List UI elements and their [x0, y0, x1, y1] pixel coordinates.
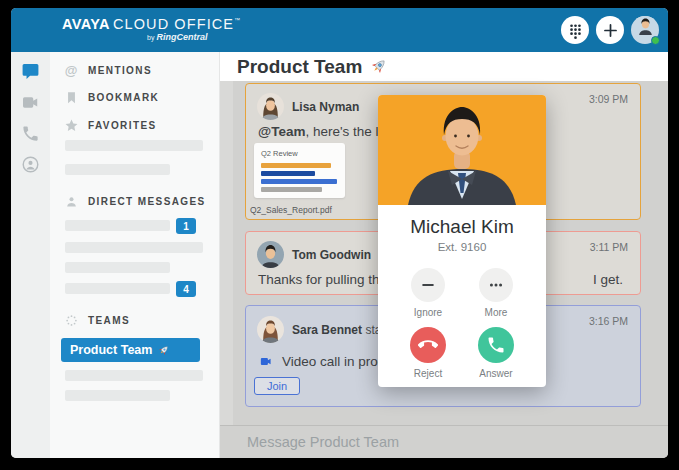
- tom-photo: [257, 241, 284, 268]
- ellipsis-icon: [486, 275, 506, 295]
- user-photo: [636, 16, 655, 35]
- profile-avatar-button[interactable]: [631, 16, 659, 44]
- team-row-placeholder[interactable]: [65, 370, 203, 381]
- message-input[interactable]: [245, 433, 605, 451]
- logo-trademark: ™: [234, 17, 240, 23]
- mention-token[interactable]: @Team: [258, 124, 305, 139]
- team-icon: [63, 313, 79, 328]
- new-actions-button[interactable]: [596, 16, 624, 44]
- author-name: Sara Bennet: [292, 323, 362, 337]
- more-button[interactable]: More: [476, 268, 516, 318]
- action-label: Reject: [408, 368, 448, 379]
- message-timestamp: 3:09 PM: [589, 93, 628, 105]
- logo-brand: AVAYA: [62, 16, 110, 32]
- chart-bar: [261, 179, 337, 184]
- unread-badge: 1: [176, 218, 196, 234]
- attachment-preview[interactable]: Q2 Review: [254, 143, 345, 198]
- message-text-right: I get.: [593, 272, 623, 287]
- message-timestamp: 3:11 PM: [590, 241, 628, 253]
- message-author: Lisa Nyman: [292, 100, 359, 114]
- rail-item-messages[interactable]: [20, 61, 42, 81]
- avatar[interactable]: [257, 93, 284, 120]
- action-label: Answer: [476, 368, 516, 379]
- reject-circle: [410, 327, 446, 363]
- answer-circle: [478, 327, 514, 363]
- logo-byline: byRingCentral: [62, 33, 241, 42]
- team-row-placeholder[interactable]: [65, 390, 170, 401]
- call-secondary-actions: Ignore More: [378, 268, 546, 318]
- logo-line: AVAYACLOUD OFFICE™: [62, 17, 241, 32]
- left-icon-rail: [11, 52, 50, 458]
- dm-row-placeholder[interactable]: [65, 262, 170, 273]
- rocket-icon: [157, 344, 170, 357]
- join-call-button[interactable]: Join: [254, 377, 300, 395]
- caller-extension: Ext. 9160: [378, 241, 546, 253]
- rail-item-phone[interactable]: [20, 123, 42, 143]
- sidebar-item-label: FAVORITES: [88, 120, 157, 131]
- message-composer: [220, 425, 668, 458]
- minus-icon: [418, 275, 438, 295]
- selected-team-label: Product Team: [70, 343, 152, 357]
- avatar[interactable]: [257, 241, 284, 268]
- chart-bar: [261, 171, 315, 176]
- reject-button[interactable]: Reject: [408, 327, 448, 379]
- incoming-call-popup: Michael Kim Ext. 9160 Ignore More Reject…: [378, 95, 546, 387]
- ignore-button[interactable]: Ignore: [408, 268, 448, 318]
- sidebar-item-label: BOOKMARK: [88, 92, 159, 103]
- sidebar-item-bookmark[interactable]: BOOKMARK: [63, 87, 159, 107]
- answer-button[interactable]: Answer: [476, 327, 516, 379]
- star-icon: [63, 118, 79, 133]
- dm-row-placeholder[interactable]: [65, 220, 170, 231]
- rail-item-video[interactable]: [20, 92, 42, 112]
- message-timestamp: 3:16 PM: [589, 315, 628, 327]
- video-camera-icon: [21, 93, 40, 112]
- plus-icon: [601, 21, 620, 40]
- dialpad-button[interactable]: [561, 16, 589, 44]
- section-label: DIRECT MESSAGES: [88, 196, 206, 207]
- message-author: Tom Goodwin: [292, 248, 371, 262]
- top-header: AVAYACLOUD OFFICE™ byRingCentral: [11, 8, 668, 52]
- conversation-placeholder[interactable]: [65, 164, 170, 175]
- app-window: AVAYACLOUD OFFICE™ byRingCentral: [11, 8, 668, 458]
- sara-photo: [257, 316, 284, 343]
- sidebar-item-mentions[interactable]: @ MENTIONS: [63, 60, 152, 80]
- page-title: Product Team: [237, 56, 362, 78]
- rail-item-contacts[interactable]: [20, 154, 42, 174]
- attachment-filename[interactable]: Q2_Sales_Report.pdf: [250, 205, 332, 215]
- sidebar-item-label: MENTIONS: [88, 65, 152, 76]
- person-icon: [63, 194, 79, 209]
- rocket-icon: [369, 57, 388, 76]
- logo-product: CLOUD OFFICE: [113, 16, 234, 32]
- header-actions: [561, 16, 659, 44]
- sidebar-item-favorites[interactable]: FAVORITES: [63, 115, 157, 135]
- logo-by: by: [147, 34, 154, 41]
- dialpad-icon: [566, 21, 585, 40]
- conversation-header: Product Team: [220, 52, 668, 81]
- section-direct-messages: DIRECT MESSAGES: [63, 191, 206, 211]
- online-status-dot: [651, 36, 660, 45]
- action-label: More: [476, 307, 516, 318]
- chat-bubble-icon: [21, 62, 40, 81]
- phone-icon: [486, 335, 506, 355]
- chart-bar: [261, 163, 331, 168]
- avatar[interactable]: [257, 316, 284, 343]
- sidebar-item-product-team[interactable]: Product Team: [61, 338, 200, 362]
- more-circle: [479, 268, 513, 302]
- conversation-placeholder[interactable]: [65, 140, 203, 151]
- chart-bar: [261, 187, 322, 192]
- logo-ringcentral: RingCentral: [156, 32, 207, 42]
- conversation-sidebar: @ MENTIONS BOOKMARK FAVORITES DIRECT MES…: [50, 52, 220, 458]
- dm-row-placeholder[interactable]: [65, 242, 203, 253]
- section-teams: TEAMS: [63, 310, 130, 330]
- bookmark-icon: [63, 90, 79, 105]
- contact-icon: [21, 155, 40, 174]
- mini-bar-chart: [261, 163, 345, 192]
- lisa-photo: [257, 93, 284, 120]
- dm-row-placeholder[interactable]: [65, 283, 170, 294]
- unread-badge: 4: [176, 281, 196, 297]
- video-camera-icon: [258, 355, 274, 368]
- caller-name: Michael Kim: [378, 216, 546, 238]
- michael-kim-photo: [378, 95, 546, 205]
- caller-photo: [378, 95, 546, 205]
- phone-hangup-icon: [418, 335, 438, 355]
